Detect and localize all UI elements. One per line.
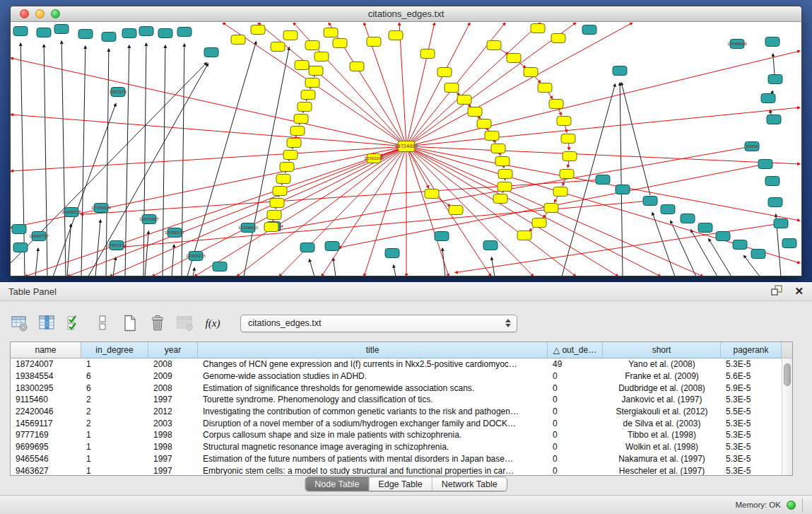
graph-node[interactable] (425, 189, 439, 199)
graph-node[interactable] (449, 206, 463, 215)
table-selector-dropdown[interactable]: citations_edges.txt (240, 315, 517, 332)
cell-name[interactable]: 9777169 (11, 430, 81, 440)
cell-title[interactable]: Changes of HCN gene expression and I(f) … (198, 359, 548, 369)
cell-in_degree[interactable]: 2 (81, 407, 148, 416)
cell-out_de[interactable]: 0 (548, 454, 603, 464)
graph-node[interactable]: 12905135 (186, 252, 206, 261)
graph-node[interactable] (435, 232, 449, 241)
graph-node[interactable] (13, 243, 28, 252)
cell-short[interactable]: Tibbo et al. (1998) (603, 430, 721, 440)
cell-year[interactable]: 1998 (148, 442, 198, 452)
cell-year[interactable]: 2003 (148, 419, 198, 428)
graph-node[interactable] (139, 27, 153, 36)
cell-year[interactable]: 1997 (148, 466, 198, 475)
cell-short[interactable]: Franke et al. (2009) (603, 371, 721, 381)
graph-node[interactable] (325, 242, 339, 251)
graph-node[interactable] (487, 41, 501, 50)
graph-node[interactable] (267, 211, 281, 220)
cell-pagerank[interactable]: 5.3E-5 (721, 419, 782, 428)
table-row[interactable]: 969969511998Structural magnetic resonanc… (11, 441, 782, 453)
cell-pagerank[interactable]: 5.3E-5 (721, 454, 782, 464)
graph-node[interactable] (761, 94, 775, 103)
cell-year[interactable]: 2008 (148, 359, 198, 369)
cell-year[interactable]: 2009 (148, 371, 198, 381)
cell-name[interactable]: 18300295 (11, 383, 81, 393)
table-row[interactable]: 1872400712008Changes of HCN gene express… (11, 358, 782, 370)
graph-node[interactable] (305, 78, 319, 88)
table-row[interactable]: 1830029562008Estimation of significance … (11, 382, 782, 394)
graph-node[interactable] (661, 205, 675, 214)
cell-pagerank[interactable]: 5.3E-5 (721, 430, 782, 440)
cell-name[interactable]: 18724007 (11, 359, 81, 369)
cell-pagerank[interactable]: 5.3E-5 (721, 395, 782, 404)
zoom-window-button[interactable] (51, 9, 60, 18)
cell-name[interactable]: 9699695 (11, 442, 81, 452)
graph-node[interactable]: 20206535 (61, 208, 81, 217)
graph-node[interactable] (290, 127, 305, 136)
cell-name[interactable]: 14569117 (11, 419, 81, 428)
column-header-in_degree[interactable]: in_degree (81, 342, 148, 358)
cell-title[interactable]: Embryonic stem cells: a model to study s… (198, 466, 548, 475)
graph-node[interactable] (12, 225, 26, 234)
close-panel-icon[interactable]: ✕ (794, 286, 804, 296)
cell-short[interactable]: Hescheler et al. (1997) (603, 466, 721, 475)
graph-node[interactable] (698, 223, 712, 233)
graph-node[interactable] (300, 243, 314, 252)
cell-name[interactable]: 22420046 (11, 407, 81, 416)
cell-year[interactable]: 1997 (148, 454, 198, 464)
select-all-icon[interactable] (65, 313, 85, 333)
cell-short[interactable]: Dudbridge et al. (2008) (603, 383, 721, 393)
new-file-icon[interactable] (120, 313, 140, 333)
cell-title[interactable]: Tourette syndrome. Phenomenology and cla… (198, 395, 548, 404)
graph-node[interactable] (561, 134, 575, 144)
graph-node[interactable] (271, 42, 285, 52)
graph-node[interactable] (270, 199, 284, 208)
graph-node[interactable] (483, 241, 498, 250)
graph-node[interactable] (37, 28, 51, 37)
graph-node[interactable] (305, 41, 319, 50)
graph-node[interactable] (751, 250, 765, 259)
graph-node[interactable] (333, 39, 347, 48)
column-header-out_de[interactable]: △ out_de… (548, 342, 603, 358)
graph-node[interactable]: 11548908 (727, 40, 747, 49)
cell-pagerank[interactable]: 5.3E-5 (721, 359, 782, 369)
graph-node[interactable] (716, 232, 730, 241)
float-panel-icon[interactable] (771, 285, 783, 298)
hub-graph-node[interactable]: 18724007 (394, 141, 418, 152)
cell-year[interactable]: 2012 (148, 407, 198, 416)
graph-node[interactable] (493, 194, 507, 204)
column-header-short[interactable]: short (603, 342, 721, 358)
show-columns-icon[interactable] (37, 313, 57, 333)
cell-in_degree[interactable]: 6 (81, 371, 148, 381)
graph-node[interactable] (596, 175, 610, 185)
graph-node[interactable] (551, 34, 565, 43)
graph-node[interactable] (544, 204, 558, 213)
graph-node[interactable] (420, 49, 435, 59)
graph-node[interactable] (765, 177, 779, 186)
cell-out_de[interactable]: 49 (548, 359, 603, 369)
graph-node[interactable] (54, 25, 69, 34)
graph-node[interactable]: 12942737 (29, 232, 49, 241)
graph-node[interactable] (538, 83, 552, 93)
table-row[interactable]: 2242004622012Investigating the contribut… (11, 406, 782, 418)
graph-node[interactable]: 10358137 (165, 228, 184, 238)
graph-node[interactable]: 18300295 (364, 154, 384, 163)
table-row[interactable]: 946554611997Estimation of the future num… (11, 453, 782, 465)
graph-node[interactable] (616, 185, 630, 194)
graph-node[interactable] (294, 115, 308, 124)
graph-node[interactable] (613, 66, 627, 76)
graph-node[interactable] (350, 62, 364, 71)
graph-node[interactable] (468, 107, 482, 117)
graph-node[interactable] (495, 157, 510, 166)
graph-node[interactable] (491, 144, 505, 153)
minimize-window-button[interactable] (35, 9, 45, 18)
graph-node[interactable] (385, 249, 399, 258)
function-builder-icon[interactable]: f(x) (203, 313, 223, 333)
graph-node[interactable] (445, 83, 459, 93)
cell-name[interactable]: 9463627 (11, 466, 81, 475)
network-canvas[interactable]: 1154890820531701294273720206535173599241… (11, 23, 801, 276)
cell-pagerank[interactable]: 5.3E-5 (721, 466, 782, 475)
cell-out_de[interactable]: 0 (548, 419, 603, 428)
graph-node[interactable] (158, 29, 172, 38)
cell-year[interactable]: 2008 (148, 383, 198, 393)
